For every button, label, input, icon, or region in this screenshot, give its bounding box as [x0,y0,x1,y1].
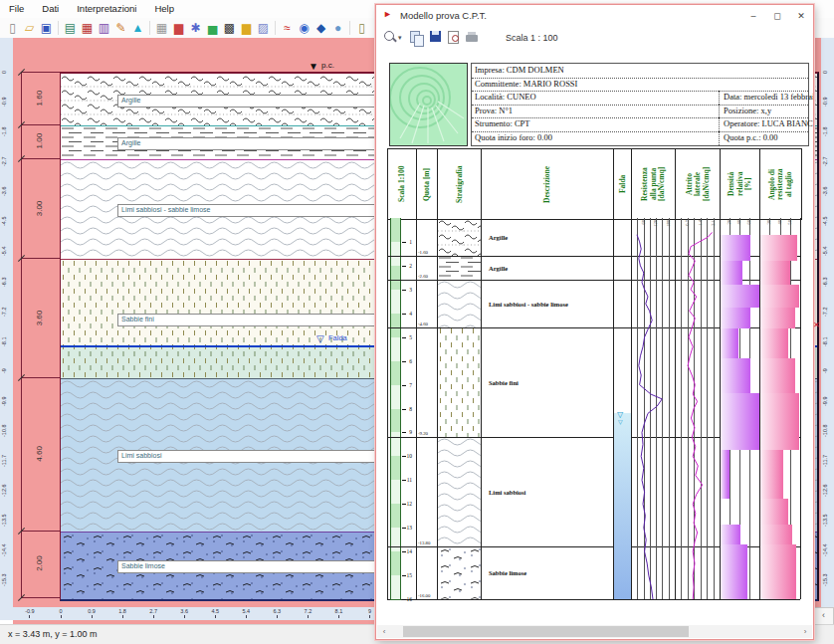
axis-tick-label: 0.7 [685,220,690,226]
histogram-icon[interactable]: ▅ [205,21,220,36]
dimension-extension-line [21,597,60,598]
value-bar [721,235,750,261]
ground-level-icon: ▼ [309,62,318,71]
axis-gridline [688,218,689,599]
word-icon[interactable]: ◆ [313,21,328,36]
report-icon[interactable]: ▥ [97,21,111,36]
value-bar [760,261,790,285]
chart-red-icon[interactable]: ▆ [171,21,186,36]
grid-icon[interactable]: ▦ [154,21,169,36]
new-file-icon[interactable]: ▯ [5,21,20,36]
ruler-tick: -1.8 [1,120,7,142]
scroll-left-button[interactable]: ‹ [813,607,834,625]
menu-file[interactable]: File [0,0,33,17]
ruler-tick: -13.5 [822,510,828,532]
axis-gridline [707,218,708,599]
ruler-tick: -7.2 [822,301,828,322]
thickness-label: 2.00 [35,531,47,597]
ruler-tick: 8.1 [328,608,348,618]
zoom-button[interactable] [384,31,394,41]
stratigraphy-pattern [438,327,481,437]
meter-number: 2 [402,263,412,269]
close-button[interactable]: ✕ [789,5,813,27]
stratigraphy-pattern [438,256,481,280]
menu-help[interactable]: Help [145,0,183,17]
ruler-tick: -6.3 [822,271,828,293]
clipboard-icon[interactable]: ▯ [354,21,369,36]
meter-number: 12 [402,501,412,507]
meter-number: 11 [402,477,412,483]
meter-number: 1 [402,239,412,245]
ruler-tick: -3.6 [1,180,7,202]
meter-number: 16 [402,596,412,602]
open-folder-icon[interactable]: ▱ [22,21,37,36]
column-border [800,218,801,599]
cloud-icon[interactable]: ● [330,21,345,36]
value-bar [760,499,788,524]
ruler-tick: -9.9 [822,390,828,412]
plot-icon[interactable]: ≈ [280,21,295,36]
edit-icon[interactable]: ✎ [113,21,128,36]
zoom-dropdown-icon[interactable]: ▾ [398,34,402,42]
axis-tick-label: 30 [766,220,771,225]
thickness-label: 1.00 [35,124,47,157]
value-bar [721,393,759,451]
ruler-tick: -12.6 [1,480,7,502]
axis-gridline [650,218,651,599]
globe-icon[interactable]: ◉ [297,21,312,36]
dialog-toolbar: ▾ Scala 1 : 100 [376,27,813,50]
dialog-horizontal-scrollbar[interactable]: ‹ › [377,625,812,638]
meter-number: 14 [402,548,412,554]
meter-number: 15 [402,572,412,578]
scrollbar-left-arrow[interactable]: ‹ [377,625,391,638]
maximize-button[interactable]: ◻ [765,5,789,27]
stratigraphy-pattern [438,280,481,327]
column-border [416,218,417,599]
preview-button[interactable] [448,31,459,44]
copy-button[interactable] [410,31,420,43]
ruler-tick: -0.9 [20,608,40,618]
depth-label: -1.60 [418,250,428,255]
meter-number: 13 [402,525,412,531]
save-icon[interactable]: ▣ [39,21,54,36]
meter-number: 7 [402,382,412,388]
column-header: Densità relativa [%] [720,148,760,220]
value-bar [760,358,795,393]
ruler-tick: -8.1 [1,330,7,352]
ruler-tick: 5.4 [236,608,256,618]
chart-yellow-icon[interactable]: ▆ [239,21,254,36]
save-button[interactable] [430,31,441,42]
value-bar [760,393,799,451]
scale-bar-segment [390,528,401,552]
ruler-tick: -2.7 [822,150,828,172]
stratigraphy-pattern [438,437,481,546]
report-preview: Impresa: CDM DOLMENCommittente: MARIO RO… [376,49,813,624]
dialog-title-bar[interactable]: ► Modello prova C.P.T. – ◻ ✕ [376,5,813,27]
scrollbar-right-arrow[interactable]: › [798,625,812,638]
gear-icon[interactable]: ✱ [188,21,203,36]
depth-label: -13.80 [418,540,430,545]
value-bar [760,450,783,499]
cone-icon[interactable]: ▲ [130,21,145,36]
picture-icon[interactable]: ▨ [256,21,271,36]
meter-number: 3 [402,287,412,293]
menu-dati[interactable]: Dati [33,0,68,17]
ruler-tick: 6.3 [267,608,287,618]
axis-tick-label: 40 [777,220,782,225]
meter-number: 9 [402,429,412,435]
minimize-button[interactable]: – [741,5,765,27]
axis-gridline [644,218,645,599]
scrollbar-thumb[interactable] [403,626,689,637]
image-icon[interactable]: ▦ [80,21,95,36]
ruler-tick: -9.9 [1,390,7,412]
export-table-icon[interactable]: ▤ [63,21,78,36]
ruler-tick: 1.8 [112,608,132,618]
matrix-icon[interactable]: ▩ [222,21,237,36]
menu-interpretazioni[interactable]: Interpretazioni [68,0,145,17]
print-button[interactable] [466,35,478,42]
ruler-tick: -13.5 [1,510,7,532]
layer-description: Argille [481,256,613,280]
axis-tick-label: 60 [641,220,646,225]
scale-bar-segment [390,361,401,386]
axis-gridline [656,218,657,599]
